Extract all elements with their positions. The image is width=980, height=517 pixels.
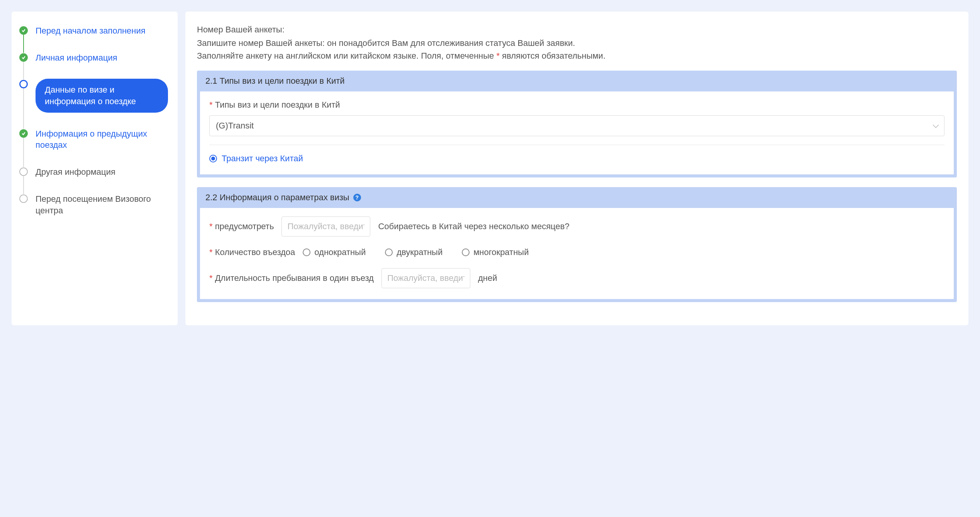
step-previous-trips[interactable]: Информация о предыдущих поездах (19, 128, 168, 166)
foresee-input[interactable] (281, 216, 370, 237)
step-label[interactable]: Перед началом заполнения (36, 25, 146, 37)
info-icon[interactable]: ? (353, 194, 361, 201)
step-label[interactable]: Личная информация (36, 52, 117, 64)
entries-option-single[interactable]: однократный (303, 247, 366, 257)
section-visa-types: 2.1 Типы виз и цели поездки в Китй Типы … (197, 71, 957, 177)
section-visa-params: 2.2 Информация о параметрах визы ? преду… (197, 187, 957, 302)
step-label[interactable]: Данные по визе и информация о поездке (36, 79, 168, 112)
section-header: 2.2 Информация о параметрах визы ? (200, 190, 954, 208)
step-other-info[interactable]: Другая информация (19, 166, 168, 193)
main-panel: Номер Вашей анкеты: Запишите номер Вашей… (185, 12, 968, 325)
radio-icon[interactable] (303, 248, 310, 256)
step-visa-data[interactable]: Данные по визе и информация о поездке (19, 79, 168, 128)
intro-line2: Заполняйте анкету на английском или кита… (197, 49, 957, 62)
section-title: 2.1 Типы виз и цели поездки в Китй (205, 76, 345, 86)
intro-line1: Запишите номер Вашей анкеты: он понадоби… (197, 37, 957, 49)
check-icon (19, 53, 28, 62)
check-icon (19, 129, 28, 138)
duration-suffix: дней (478, 273, 497, 283)
transit-radio-row[interactable]: Транзит через Китай (209, 154, 944, 164)
step-personal-info[interactable]: Личная информация (19, 52, 168, 79)
pending-bullet (19, 194, 28, 203)
row-foresee: предусмотреть Собираетесь в Китай через … (209, 216, 944, 237)
duration-input[interactable] (381, 268, 470, 288)
visa-type-label: Типы виз и цели поездки в Китй (209, 100, 944, 110)
step-label[interactable]: Другая информация (36, 166, 115, 178)
foresee-label: предусмотреть (209, 221, 274, 231)
section-title: 2.2 Информация о параметрах визы (205, 193, 349, 203)
pending-bullet (19, 167, 28, 176)
section-header: 2.1 Типы виз и цели поездки в Китй (200, 74, 954, 91)
sidebar: Перед началом заполнения Личная информац… (12, 12, 178, 325)
step-connector (23, 61, 24, 80)
row-entries: Количество въездоа однократный двукратны… (209, 247, 944, 257)
step-before-visit[interactable]: Перед посещением Визового центра (19, 193, 168, 216)
section-body: Типы виз и цели поездки в Китй (G)Transi… (200, 91, 954, 174)
select-value: (G)Transit (216, 121, 254, 130)
entries-option-double[interactable]: двукратный (385, 247, 443, 257)
entries-option-multiple[interactable]: многократный (462, 247, 529, 257)
visa-type-select[interactable]: (G)Transit (209, 115, 944, 136)
check-icon (19, 26, 28, 35)
radio-label: Транзит через Китай (222, 154, 303, 164)
step-connector (23, 87, 24, 128)
step-connector (23, 34, 24, 53)
step-before-start[interactable]: Перед началом заполнения (19, 25, 168, 52)
steps-list: Перед началом заполнения Личная информац… (19, 25, 168, 216)
radio-icon[interactable] (385, 248, 393, 256)
radio-icon[interactable] (462, 248, 470, 256)
step-connector (23, 137, 24, 167)
radio-label: двукратный (397, 247, 443, 257)
form-number-label: Номер Вашей анкеты: (197, 23, 957, 36)
duration-label: Длительность пребывания в один въезд (209, 273, 374, 283)
current-step-bullet (19, 80, 28, 88)
row-duration: Длительность пребывания в один въезд дне… (209, 268, 944, 288)
step-connector (23, 175, 24, 194)
radio-label: многократный (473, 247, 529, 257)
step-label[interactable]: Информация о предыдущих поездах (36, 128, 168, 151)
entries-label: Количество въездоа (209, 247, 295, 257)
section-body: предусмотреть Собираетесь в Китай через … (200, 208, 954, 299)
radio-icon[interactable] (209, 155, 217, 162)
step-label[interactable]: Перед посещением Визового центра (36, 193, 168, 216)
radio-label: однократный (314, 247, 366, 257)
intro-text: Номер Вашей анкеты: Запишите номер Вашей… (197, 23, 957, 62)
foresee-hint: Собираетесь в Китай через несколько меся… (378, 221, 569, 231)
